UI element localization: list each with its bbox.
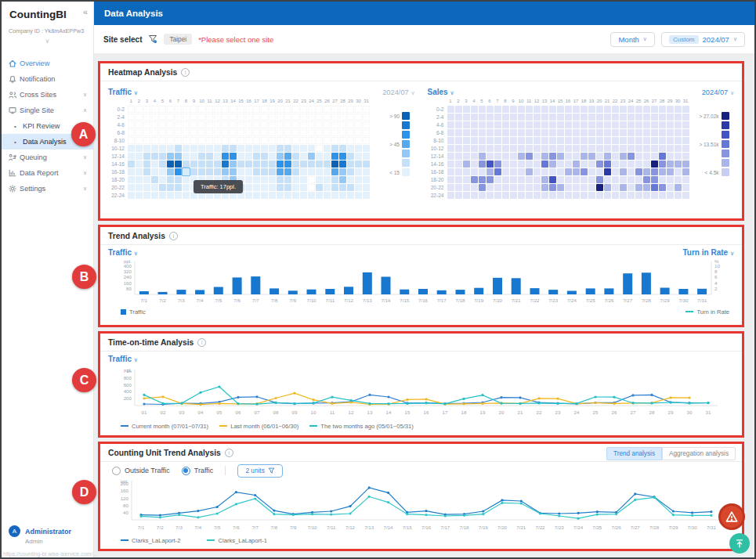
heatmap-cell[interactable]	[447, 121, 454, 128]
heatmap-cell[interactable]	[308, 114, 315, 121]
data-point[interactable]	[688, 402, 690, 404]
heatmap-cell[interactable]	[277, 168, 284, 175]
heatmap-cell[interactable]	[190, 121, 197, 128]
heatmap-cell[interactable]	[347, 176, 354, 183]
heatmap-cell[interactable]	[659, 121, 666, 128]
heatmap-cell[interactable]	[682, 114, 689, 121]
data-point[interactable]	[273, 510, 275, 512]
heatmap-cell[interactable]	[324, 184, 331, 191]
heatmap-cell[interactable]	[159, 176, 166, 183]
heatmap-cell[interactable]	[573, 160, 580, 168]
heatmap-cell[interactable]	[261, 106, 268, 113]
heatmap-cell[interactable]	[534, 129, 541, 136]
tab-trend-analysis[interactable]: Trend analysis	[606, 447, 662, 460]
heatmap-cell[interactable]	[659, 160, 666, 168]
heatmap-cell[interactable]	[471, 184, 478, 191]
heatmap-cell[interactable]	[167, 129, 174, 136]
data-point[interactable]	[500, 396, 502, 399]
heatmap-cell[interactable]	[534, 192, 541, 199]
heatmap-cell[interactable]	[284, 176, 291, 183]
heatmap-cell[interactable]	[237, 145, 244, 152]
heatmap-cell[interactable]	[487, 153, 494, 160]
heatmap-cell[interactable]	[300, 114, 307, 121]
heatmap-cell[interactable]	[167, 114, 174, 121]
heatmap-cell[interactable]	[331, 192, 338, 199]
heatmap-cell[interactable]	[502, 114, 509, 121]
heatmap-cell[interactable]	[667, 168, 674, 175]
heatmap-cell[interactable]	[534, 114, 541, 121]
heatmap-cell[interactable]	[292, 129, 299, 136]
heatmap-cell[interactable]	[479, 176, 486, 183]
heatmap-cell[interactable]	[541, 121, 548, 128]
heatmap-metric-dropdown[interactable]: Traffic ∨	[108, 88, 138, 96]
heatmap-cell[interactable]	[479, 137, 486, 144]
heatmap-cell[interactable]	[159, 153, 166, 160]
data-point[interactable]	[216, 506, 219, 508]
heatmap-cell[interactable]	[667, 145, 674, 152]
heatmap-cell[interactable]	[541, 184, 548, 191]
heatmap-cell[interactable]	[143, 168, 150, 175]
heatmap-cell[interactable]	[347, 114, 354, 121]
heatmap-cell[interactable]	[355, 129, 362, 136]
heatmap-cell[interactable]	[549, 121, 556, 128]
heatmap-cell[interactable]	[682, 192, 689, 199]
heatmap-cell[interactable]	[198, 153, 205, 160]
heatmap-cell[interactable]	[643, 137, 650, 144]
heatmap-cell[interactable]	[269, 168, 276, 175]
heatmap-cell[interactable]	[471, 106, 478, 113]
heatmap-cell[interactable]	[363, 106, 370, 113]
heatmap-cell[interactable]	[277, 184, 284, 191]
heatmap-cell[interactable]	[253, 106, 260, 113]
heatmap-cell[interactable]	[479, 106, 486, 113]
heatmap-cell[interactable]	[222, 106, 229, 113]
heatmap-cell[interactable]	[151, 184, 158, 191]
heatmap-cell[interactable]	[494, 145, 501, 152]
alert-fab[interactable]	[718, 503, 745, 530]
heatmap-cell[interactable]	[588, 160, 595, 168]
heatmap-cell[interactable]	[573, 106, 580, 113]
heatmap-cell[interactable]	[526, 153, 533, 160]
heatmap-cell[interactable]	[549, 184, 556, 191]
heatmap-cell[interactable]	[190, 153, 197, 160]
heatmap-cell[interactable]	[604, 192, 611, 199]
heatmap-cell[interactable]	[269, 137, 276, 144]
radio-outside-traffic[interactable]: Outside Traffic	[112, 467, 170, 475]
heatmap-cell[interactable]	[604, 176, 611, 183]
heatmap-cell[interactable]	[284, 137, 291, 144]
heatmap-cell[interactable]	[159, 192, 166, 199]
heatmap-cell[interactable]	[479, 145, 486, 152]
heatmap-cell[interactable]	[675, 176, 682, 183]
heatmap-cell[interactable]	[659, 106, 666, 113]
traffic-bar[interactable]	[530, 288, 540, 294]
heatmap-cell[interactable]	[612, 184, 619, 191]
heatmap-cell[interactable]	[269, 160, 276, 168]
heatmap-cell[interactable]	[463, 153, 470, 160]
heatmap-cell[interactable]	[612, 153, 619, 160]
heatmap-cell[interactable]	[284, 168, 291, 175]
heatmap-cell[interactable]	[635, 176, 642, 183]
heatmap-cell[interactable]	[253, 121, 260, 128]
heatmap-cell[interactable]	[487, 106, 494, 113]
heatmap-cell[interactable]	[659, 145, 666, 152]
heatmap-cell[interactable]	[253, 168, 260, 175]
heatmap-cell[interactable]	[596, 121, 603, 128]
heatmap-cell[interactable]	[463, 137, 470, 144]
heatmap-cell[interactable]	[339, 192, 346, 199]
heatmap-cell[interactable]	[355, 114, 362, 121]
heatmap-cell[interactable]	[245, 184, 252, 191]
heatmap-cell[interactable]	[167, 160, 174, 168]
heatmap-cell[interactable]	[494, 184, 501, 191]
heatmap-cell[interactable]	[269, 114, 276, 121]
heatmap-cell[interactable]	[682, 121, 689, 128]
heatmap-cell[interactable]	[463, 168, 470, 175]
heatmap-cell[interactable]	[183, 184, 190, 191]
data-point[interactable]	[331, 396, 333, 399]
heatmap-cell[interactable]	[292, 168, 299, 175]
heatmap-cell[interactable]	[284, 114, 291, 121]
heatmap-cell[interactable]	[230, 160, 237, 168]
heatmap-cell[interactable]	[651, 129, 658, 136]
heatmap-cell[interactable]	[447, 192, 454, 199]
heatmap-cell[interactable]	[510, 192, 517, 199]
heatmap-cell[interactable]	[643, 129, 650, 136]
traffic-bar[interactable]	[623, 273, 632, 294]
